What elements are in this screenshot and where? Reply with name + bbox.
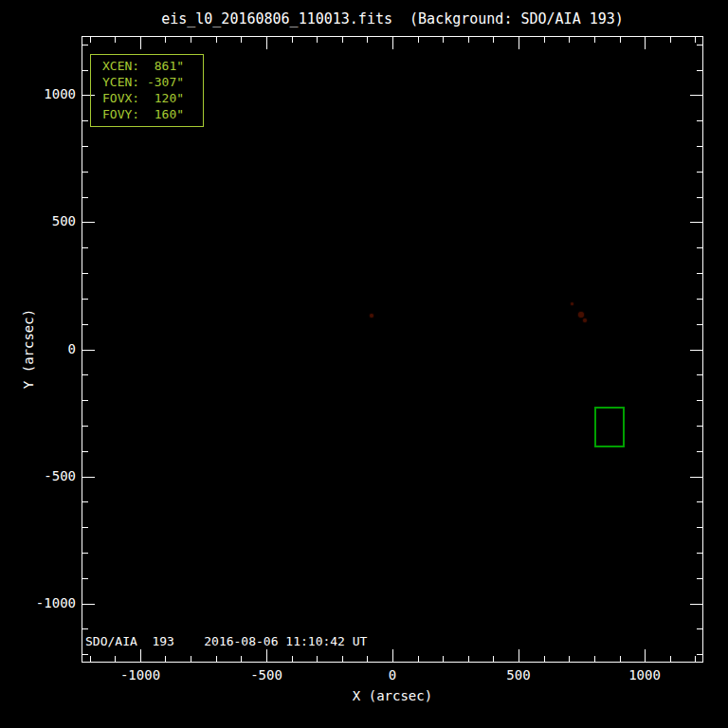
fovx-value: 120" [139, 90, 184, 106]
background-image-timestamp: SDO/AIA 193 2016-08-06 11:10:42 UT [85, 634, 367, 648]
y-minor-tick [697, 374, 702, 375]
x-minor-tick [569, 37, 570, 43]
x-minor-tick [191, 656, 191, 662]
aia-background-feature [583, 318, 587, 322]
x-minor-tick [191, 37, 191, 43]
y-minor-tick [697, 426, 702, 427]
y-minor-tick [697, 527, 702, 528]
fov-info-box: XCEN:861" YCEN:-307" FOVX:120" FOVY:160" [90, 54, 204, 127]
x-minor-tick [115, 656, 116, 662]
plot-frame [82, 36, 703, 663]
y-minor-tick [697, 146, 702, 147]
x-minor-tick [695, 37, 696, 43]
x-minor-tick [594, 37, 595, 43]
y-tick-label: -500 [9, 468, 76, 483]
fovx-label: FOVX: [102, 90, 139, 106]
y-major-tick [82, 222, 95, 223]
x-minor-tick [367, 37, 368, 43]
info-row-ycen: YCEN:-307" [102, 74, 203, 90]
y-minor-tick [697, 400, 702, 401]
x-minor-tick [468, 656, 469, 662]
x-major-tick [645, 649, 646, 662]
x-tick-label: 1000 [628, 667, 661, 682]
y-minor-tick [82, 45, 88, 46]
x-minor-tick [670, 37, 671, 43]
y-minor-tick [82, 120, 88, 121]
x-minor-tick [292, 37, 293, 43]
y-minor-tick [697, 501, 702, 502]
aia-background-feature [370, 314, 373, 318]
y-minor-tick [82, 553, 88, 554]
x-major-tick [266, 37, 267, 49]
ycen-value: -307" [139, 74, 184, 90]
x-minor-tick [317, 37, 318, 43]
x-minor-tick [493, 656, 494, 662]
x-minor-tick [418, 656, 419, 662]
y-tick-label: -1000 [9, 595, 76, 610]
fovy-label: FOVY: [102, 106, 139, 122]
x-major-tick [392, 649, 393, 662]
x-minor-tick [342, 656, 343, 662]
y-minor-tick [697, 120, 702, 121]
fovy-value: 160" [139, 106, 184, 122]
x-minor-tick [569, 656, 570, 662]
y-minor-tick [82, 654, 88, 655]
x-major-tick [140, 37, 141, 49]
x-minor-tick [90, 656, 91, 662]
x-minor-tick [367, 656, 368, 662]
y-minor-tick [697, 654, 702, 655]
y-major-tick [82, 604, 95, 605]
x-minor-tick [443, 37, 444, 43]
x-minor-tick [443, 656, 444, 662]
y-major-tick [82, 477, 95, 478]
y-minor-tick [82, 628, 88, 629]
y-minor-tick [82, 197, 88, 198]
y-minor-tick [82, 324, 88, 325]
x-minor-tick [493, 37, 494, 43]
y-tick-label: 0 [9, 341, 76, 356]
x-axis-title: X (arcsec) [353, 688, 432, 703]
info-row-fovx: FOVX:120" [102, 90, 203, 106]
y-minor-tick [82, 374, 88, 375]
y-minor-tick [82, 146, 88, 147]
y-minor-tick [697, 70, 702, 71]
y-minor-tick [697, 553, 702, 554]
x-minor-tick [241, 656, 242, 662]
y-tick-label: 1000 [9, 86, 76, 101]
y-minor-tick [82, 578, 88, 579]
x-tick-label: -500 [250, 667, 282, 682]
y-tick-label: 500 [9, 213, 76, 228]
x-minor-tick [594, 656, 595, 662]
y-minor-tick [697, 299, 702, 300]
x-major-tick [266, 649, 267, 662]
xcen-value: 861" [139, 58, 184, 74]
eis-fov-rectangle [594, 407, 625, 447]
x-minor-tick [292, 656, 293, 662]
y-minor-tick [82, 426, 88, 427]
y-minor-tick [697, 247, 702, 248]
x-major-tick [645, 37, 646, 49]
x-minor-tick [165, 656, 166, 662]
y-minor-tick [697, 172, 702, 173]
x-minor-tick [670, 656, 671, 662]
x-minor-tick [90, 37, 91, 43]
x-major-tick [519, 37, 519, 49]
ycen-label: YCEN: [102, 74, 139, 90]
y-major-tick [690, 604, 702, 605]
y-minor-tick [697, 45, 702, 46]
y-minor-tick [697, 451, 702, 452]
x-minor-tick [165, 37, 166, 43]
y-major-tick [690, 350, 702, 351]
aia-background-feature [578, 312, 584, 318]
x-minor-tick [418, 37, 419, 43]
fov-plot-window: eis_l0_20160806_110013.fits (Background:… [0, 0, 728, 728]
x-minor-tick [468, 37, 469, 43]
y-minor-tick [697, 197, 702, 198]
x-minor-tick [317, 656, 318, 662]
x-major-tick [140, 649, 141, 662]
x-minor-tick [695, 656, 696, 662]
y-minor-tick [82, 527, 88, 528]
y-major-tick [690, 477, 702, 478]
x-tick-label: 500 [506, 667, 530, 682]
y-minor-tick [82, 501, 88, 502]
